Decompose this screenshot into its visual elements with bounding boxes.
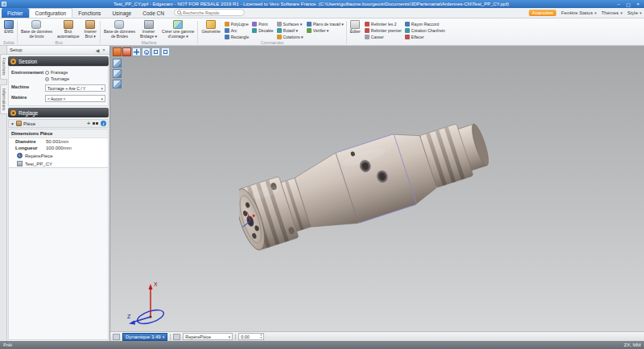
grid-icon[interactable] [113, 334, 120, 340]
label: Point [258, 22, 267, 27]
iso-view-icon[interactable] [113, 59, 122, 68]
tab-fichier[interactable]: Fichier [2, 8, 29, 18]
verifier-button[interactable]: Vérifier ▾ [305, 27, 345, 34]
label: Rotatif ▾ [283, 28, 298, 33]
stock-display-icon[interactable] [122, 47, 131, 56]
zoom-window-icon[interactable] [151, 47, 160, 56]
label: Vérifier ▾ [313, 28, 329, 33]
sidetab-fonctions[interactable]: Fonctions [0, 54, 7, 80]
decalee-button[interactable]: Décalée [250, 27, 275, 34]
search-input[interactable] [183, 10, 242, 15]
panel-close-icon[interactable]: × [101, 47, 107, 52]
quick-search[interactable] [174, 9, 245, 16]
binoculars-icon[interactable] [92, 121, 99, 125]
stepper-icon[interactable]: ▴▾ [260, 334, 262, 339]
cpl-dropdown[interactable]: RepèrePièce ▾ [183, 333, 233, 340]
chevron-down-icon: ▾ [621, 10, 623, 15]
part-3d-model[interactable] [239, 109, 489, 257]
label-line: Bridage ▾ [140, 35, 157, 39]
tree-item-part[interactable]: Test_PP_CY [9, 159, 108, 167]
front-view-icon[interactable] [113, 69, 122, 78]
label-line: de Brides [111, 35, 128, 39]
cpl-icon[interactable] [173, 334, 180, 340]
polyligne-button[interactable]: PolyLigne [223, 21, 251, 27]
effacer-button[interactable]: Effacer [403, 34, 447, 40]
piece-row[interactable]: ▼ Pièce + i [8, 119, 109, 128]
minimize-button[interactable]: – [614, 1, 623, 7]
relimiter-les-2-button[interactable]: Relimiter les 2 [363, 21, 403, 27]
radio-icon[interactable] [45, 77, 49, 81]
ribbon-group-edit: Éditer Relimiter les 2 Relimiter premier… [347, 19, 448, 45]
cotations-button[interactable]: Cotations ▾ [275, 34, 305, 40]
expand-arrow-icon[interactable]: ▼ [10, 121, 14, 126]
machine-dropdown[interactable]: Tournage + Axe C / Y▾ [45, 84, 105, 92]
viewport-toolbar [113, 47, 170, 56]
edit-icon [350, 20, 360, 29]
gear-icon [10, 110, 16, 116]
zoom-icon[interactable] [142, 47, 151, 56]
sidetab-informations[interactable]: Informations [0, 84, 7, 115]
radio-fraisage[interactable]: Fraisage [45, 70, 69, 75]
gear-icon [10, 59, 16, 64]
z-depth-input[interactable]: 0.00 ▴▾ [238, 333, 264, 340]
radio-tournage[interactable]: Tournage [45, 76, 69, 81]
label: Casser [371, 35, 384, 39]
part-label: Test_PP_CY [25, 162, 52, 166]
add-icon[interactable]: + [87, 121, 90, 126]
rayon-raccord-button[interactable]: Rayon Raccord [403, 21, 447, 27]
plans-travail-button[interactable]: Plans de travail ▾ [305, 21, 345, 27]
rectangle-button[interactable]: Rectangle [223, 34, 251, 40]
info-icon[interactable]: i [101, 121, 106, 126]
inserer-bridage-button[interactable]: Insérer Bridage ▾ [138, 19, 159, 39]
graphics-viewport[interactable]: X Z Dynamique 3.49 ▾ RepèrePièce ▾ 0.00 … [110, 46, 644, 341]
style-menu[interactable]: Style▾ [627, 10, 642, 15]
label: Plans de travail ▾ [313, 22, 344, 27]
label: Création Chanfrein [411, 28, 445, 33]
close-button[interactable]: × [634, 1, 642, 7]
tab-fonctions[interactable]: Fonctions [72, 8, 106, 18]
casser-button[interactable]: Casser [363, 34, 403, 40]
tab-code-cn[interactable]: Code CN [137, 8, 170, 18]
base-donnees-bruts-button[interactable]: Base de données de bruts [19, 19, 55, 39]
tree-item-repere-piece[interactable]: RepèrePièce [9, 151, 108, 159]
base-donnees-brides-button[interactable]: Base de données de Brides [101, 19, 138, 39]
point-button[interactable]: Point [250, 21, 275, 27]
tab-configuration[interactable]: Configuration [29, 8, 73, 18]
ews-button[interactable]: EWS [2, 19, 16, 35]
label-line: de bruts [29, 35, 43, 39]
radio-icon[interactable] [45, 71, 49, 75]
brut-automatique-button[interactable]: Brut automatique [55, 19, 82, 39]
pan-icon[interactable] [132, 47, 141, 56]
separator [170, 334, 171, 340]
editer-button[interactable]: Éditer [348, 19, 363, 35]
inserer-brut-button[interactable]: Insérer Brut ▾ [81, 19, 99, 39]
tab-usinage[interactable]: Usinage [106, 8, 137, 18]
check-icon [307, 28, 312, 33]
arc-button[interactable]: Arc [223, 27, 251, 34]
reglage-section-header[interactable]: Réglage [8, 108, 109, 117]
maximize-button[interactable]: ▢ [624, 1, 633, 7]
surfaces-button[interactable]: Surfaces ▾ [275, 21, 305, 27]
machine-label: Machine [11, 84, 43, 89]
zoom-fit-icon[interactable] [161, 47, 170, 56]
matiere-dropdown[interactable]: < Aucun >▾ [45, 95, 105, 102]
creation-chanfrein-button[interactable]: Création Chanfrein [403, 27, 447, 34]
rotatif-button[interactable]: Rotatif ▾ [275, 27, 305, 34]
avancees-button[interactable]: Avancées [529, 10, 556, 16]
dimensions-box: Dimensions Pièce Diamètre 50.001mm Longu… [8, 129, 109, 168]
creer-gamme-usinage-button[interactable]: Créer une gamme d'usinage ▾ [159, 19, 196, 39]
session-section-header[interactable]: Session [8, 56, 109, 66]
top-view-icon[interactable] [113, 80, 122, 88]
geometrie-button[interactable]: Géométrie [199, 19, 222, 35]
arc-icon [225, 28, 229, 33]
label: Décalée [258, 28, 273, 33]
stock-icon [64, 20, 73, 29]
panel-collapse-icon[interactable]: ◀ [94, 47, 101, 53]
dynamic-view-indicator[interactable]: Dynamique 3.49 ▾ [122, 333, 167, 341]
longueur-label: Longueur [15, 146, 46, 150]
setup-view-icon[interactable] [113, 47, 122, 56]
fenetre-status-menu[interactable]: Fenêtre Status▾ [561, 10, 597, 15]
relimiter-premier-button[interactable]: Relimiter premier [363, 27, 403, 34]
themes-menu[interactable]: Thèmes▾ [601, 10, 622, 15]
diametre-value: 50.001mm [46, 139, 68, 144]
